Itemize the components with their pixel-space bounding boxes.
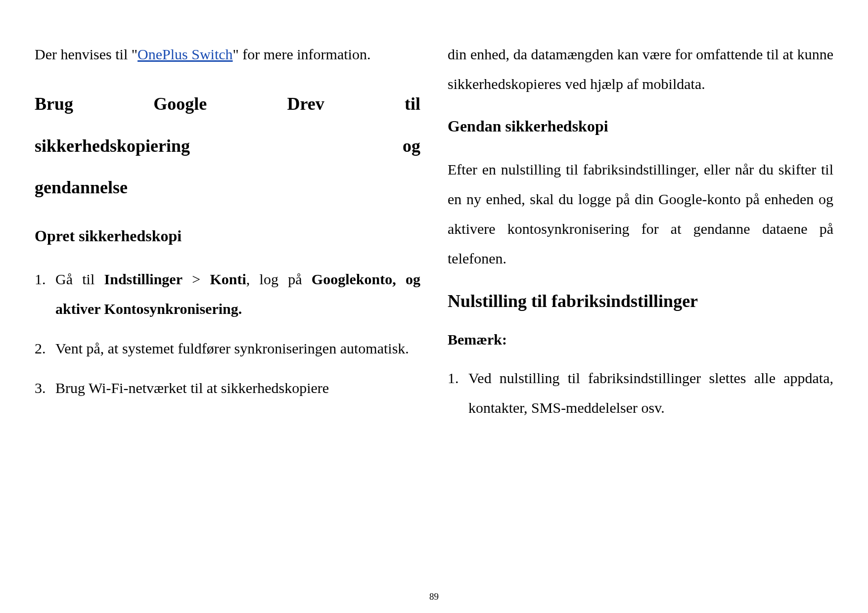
oneplus-switch-link[interactable]: OnePlus Switch	[137, 46, 233, 62]
heading-factory-reset: Nulstilling til fabriksindstillinger	[448, 287, 833, 316]
step-text: Vent på, at systemet fuldfører synkronis…	[55, 340, 409, 356]
two-column-layout: Der henvises til "OnePlus Switch" for me…	[35, 40, 833, 433]
list-item: Ved nulstilling til fabriksindstillinger…	[448, 363, 833, 423]
intro-paragraph: Der henvises til "OnePlus Switch" for me…	[35, 40, 420, 69]
heading-restore-backup: Gendan sikkerhedskopi	[448, 114, 833, 139]
heading-line-2: sikkerhedskopiering og	[35, 136, 420, 156]
right-column: din enhed, da datamængden kan være for o…	[448, 40, 833, 433]
intro-text-post: " for mere information.	[233, 46, 371, 62]
step-bold: Indstillinger	[104, 271, 183, 287]
list-item: Brug Wi-Fi-netværket til at sikkerhedsko…	[35, 373, 420, 403]
heading-line-3: gendannelse	[35, 167, 128, 209]
intro-text-pre: Der henvises til "	[35, 46, 137, 62]
heading-line-1: Brug Google Drev til	[35, 94, 420, 114]
step-bold: Konti	[210, 271, 246, 287]
backup-steps-list: Gå til Indstillinger > Konti, log på Goo…	[35, 264, 420, 403]
restore-paragraph: Efter en nulstilling til fabriksindstill…	[448, 155, 833, 273]
continuation-paragraph: din enhed, da datamængden kan være for o…	[448, 40, 833, 99]
note-label: Bemærk:	[448, 325, 833, 354]
step-text: Gå til	[55, 271, 104, 287]
heading-google-drive-backup: Brug Google Drev til sikkerhedskopiering…	[35, 83, 420, 209]
left-column: Der henvises til "OnePlus Switch" for me…	[35, 40, 420, 433]
step-text: , log på	[246, 271, 312, 287]
step-text: Brug Wi-Fi-netværket til at sikkerhedsko…	[55, 380, 329, 396]
note-text: Ved nulstilling til fabriksindstillinger…	[468, 370, 833, 416]
step-text: >	[183, 271, 210, 287]
page-number: 89	[0, 591, 868, 602]
heading-create-backup: Opret sikkerhedskopi	[35, 223, 420, 249]
list-item: Vent på, at systemet fuldfører synkronis…	[35, 334, 420, 363]
list-item: Gå til Indstillinger > Konti, log på Goo…	[35, 264, 420, 324]
factory-reset-notes-list: Ved nulstilling til fabriksindstillinger…	[448, 363, 833, 423]
